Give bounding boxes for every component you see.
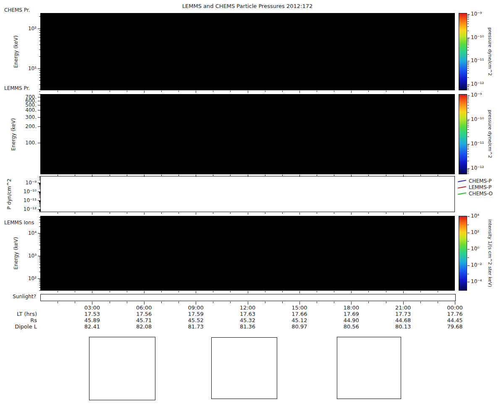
ephemeris-value: 17.53 (84, 311, 100, 317)
ephemeris-value: 82.08 (136, 323, 152, 330)
ephemeris-value: 44.68 (395, 317, 411, 323)
ephemeris-value: 44.90 (344, 317, 359, 323)
ephemeris-value: 17.73 (395, 311, 411, 317)
ephemeris-value: 80.97 (291, 323, 307, 330)
ephemeris-row-label: Rs (0, 317, 37, 323)
orbit-plot-yz (337, 337, 401, 399)
ephemeris-value: 17.59 (188, 311, 204, 317)
ephemeris-value: 45.71 (136, 317, 152, 323)
plot-page: LEMMS and CHEMS Particle Pressures 2012:… (0, 0, 504, 420)
ephemeris-row-label: Dipole L (0, 323, 37, 330)
orbit-xz-canvas (212, 338, 277, 399)
ephemeris-value: 17.66 (291, 311, 307, 317)
orbit-yz-canvas (337, 337, 401, 399)
orbit-plot-xz (211, 337, 277, 399)
ephemeris-value: 45.32 (240, 317, 255, 323)
ephemeris-row-label: LT (hrs) (0, 311, 37, 317)
ephemeris-value: 82.41 (84, 323, 100, 330)
ephemeris-value: 17.63 (240, 311, 255, 317)
ephemeris-value: 45.12 (291, 317, 307, 323)
ephemeris-value: 45.52 (188, 317, 204, 323)
orbit-plot-xy (89, 337, 155, 400)
ephemeris-value: 45.89 (84, 317, 100, 323)
ephemeris-value: 17.56 (136, 311, 152, 317)
ephemeris-value: 17.69 (344, 311, 359, 317)
ephemeris-value: 80.56 (344, 323, 359, 330)
ephemeris-value: 17.76 (447, 311, 462, 317)
ephemeris-value: 80.13 (395, 323, 411, 330)
ephemeris-value: 81.73 (188, 323, 204, 330)
orbit-xy-canvas (89, 337, 155, 400)
ephemeris-value: 79.68 (447, 323, 462, 330)
ephemeris-value: 44.45 (447, 317, 462, 323)
ephemeris-value: 81.36 (240, 323, 255, 330)
